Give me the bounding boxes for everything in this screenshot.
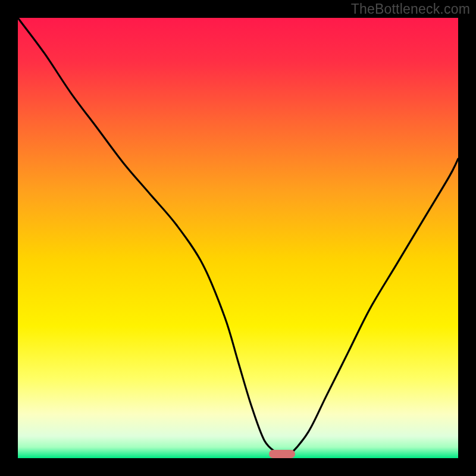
plot-area: [18, 18, 458, 458]
watermark-text: TheBottleneck.com: [351, 1, 470, 17]
chart-frame: TheBottleneck.com: [0, 0, 476, 476]
optimal-range-marker: [269, 450, 295, 458]
bottleneck-curve: [18, 18, 458, 458]
